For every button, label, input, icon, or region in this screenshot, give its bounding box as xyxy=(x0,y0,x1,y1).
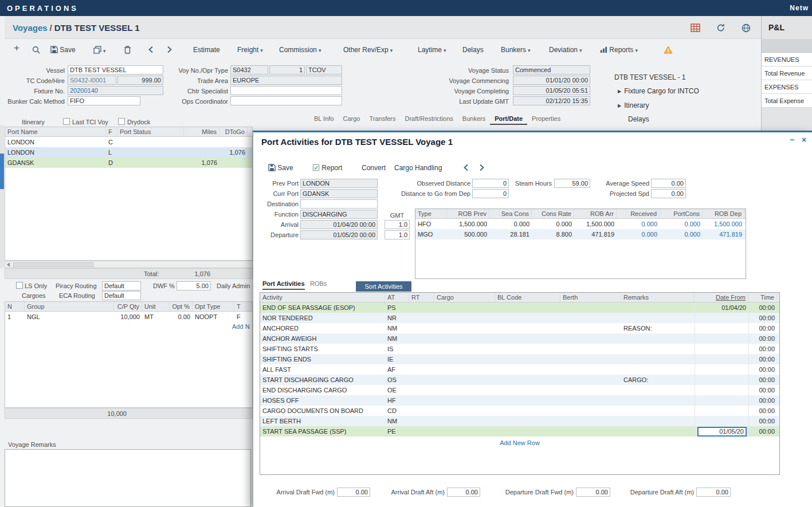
tab-bl-info[interactable]: BL Info xyxy=(309,114,338,125)
dialog-report-button[interactable]: Report xyxy=(312,164,342,172)
dialog-cargo-handling-button[interactable]: Cargo Handling xyxy=(394,164,442,172)
voyage-completing-field[interactable]: 01/05/20 05:51 xyxy=(513,86,590,95)
voy-seq-field[interactable]: 1 xyxy=(269,65,305,74)
activity-row[interactable]: SHIFTING STARTSIS00:00 xyxy=(260,344,779,354)
breadcrumb-voyages-link[interactable]: Voyages xyxy=(13,23,48,33)
bunker-row[interactable]: MGO500.00028.1818.800471.8190.0000.00047… xyxy=(415,229,746,239)
previous-voyage-button[interactable] xyxy=(148,46,154,54)
tab-bunkers[interactable]: Bunkers xyxy=(458,114,490,125)
activity-row[interactable]: START SEA PASSAGE (SSP)PE01/05/2000:00 xyxy=(260,426,779,437)
tree-item-itinerary[interactable]: ▶Itinerary xyxy=(618,101,649,109)
tab-transfers[interactable]: Transfers xyxy=(364,114,400,125)
gmt-arrival-field[interactable]: 1.0 xyxy=(385,220,410,229)
tab-robs[interactable]: ROBs xyxy=(310,280,327,289)
ops-coordinator-field[interactable] xyxy=(230,96,342,105)
scrollbar-thumb[interactable] xyxy=(13,262,93,267)
activity-row[interactable]: START DISCHARGING CARGOOSCARGO:00:00 xyxy=(260,375,779,385)
next-voyage-button[interactable] xyxy=(167,46,172,54)
deviation-menu[interactable]: Deviation▾ xyxy=(549,46,582,55)
chtr-specialist-field[interactable] xyxy=(230,86,342,95)
bunker-row[interactable]: HFO1,500.0000.0000.0001,500.0000.0000.00… xyxy=(415,219,746,229)
activity-row[interactable]: NOR TENDEREDNR00:00 xyxy=(260,313,779,323)
search-icon[interactable] xyxy=(32,46,40,55)
departure-field[interactable]: 01/05/20 00:00 xyxy=(300,230,378,239)
tc-code-field[interactable]: S0432-I0001 xyxy=(68,76,116,85)
arrival-field[interactable]: 01/04/20 00:00 xyxy=(300,220,378,229)
projected-spd-field[interactable]: 0.00 xyxy=(651,189,686,198)
activity-row[interactable]: CARGO DOCUMENTS ON BOARDCD00:00 xyxy=(260,406,779,416)
curr-port-field[interactable]: GDANSK xyxy=(300,189,378,198)
other-rev-exp-menu[interactable]: Other Rev/Exp▾ xyxy=(343,46,393,55)
last-tci-voy-checkbox[interactable] xyxy=(63,118,70,125)
drydock-checkbox[interactable] xyxy=(118,118,125,125)
tab-properties[interactable]: Properties xyxy=(527,114,565,125)
add-button[interactable]: + xyxy=(14,44,19,52)
activity-row[interactable]: SHIFTING ENDSIE00:00 xyxy=(260,354,779,364)
minimize-icon[interactable]: − xyxy=(787,135,797,144)
laytime-menu[interactable]: Laytime▾ xyxy=(418,46,446,55)
activity-row[interactable]: ANCHOR AWEIGHNM00:00 xyxy=(260,333,779,344)
bunkers-menu[interactable]: Bunkers▾ xyxy=(501,46,531,55)
pnl-row[interactable]: Total Revenue xyxy=(762,66,812,80)
prev-port-field[interactable]: LONDON xyxy=(300,179,378,188)
cargo-row[interactable]: 1NGL10,000MT0.00NOOPTF xyxy=(5,312,252,322)
destination-field[interactable] xyxy=(300,199,378,209)
voyage-status-field[interactable]: Commenced xyxy=(513,65,590,74)
activity-row[interactable]: HOSES OFFHF00:00 xyxy=(260,395,779,406)
copy-button[interactable]: ▾ xyxy=(93,46,106,56)
fixture-no-field[interactable]: 20200140 xyxy=(68,86,163,95)
vessel-field[interactable]: DTB TEST VESSEL xyxy=(68,65,163,74)
dialog-prev-port-button[interactable] xyxy=(463,164,469,172)
delays-button[interactable]: Delays xyxy=(462,46,484,54)
date-from-field[interactable]: 01/05/20 xyxy=(697,427,747,437)
tc-hire-field[interactable]: 999.00 xyxy=(117,76,163,85)
tab-draft-restrictions[interactable]: Draft/Restrictions xyxy=(400,114,457,125)
tree-item-delays[interactable]: Delays xyxy=(628,115,649,123)
dwf-field[interactable]: 5.00 xyxy=(176,281,211,290)
sync-icon[interactable] xyxy=(716,23,725,33)
delete-button[interactable] xyxy=(124,46,131,55)
activity-row[interactable]: LEFT BERTHNM00:00 xyxy=(260,416,779,426)
itinerary-row[interactable]: LONDONC xyxy=(5,137,252,147)
topbar-network-menu[interactable]: Netw xyxy=(790,4,809,12)
scroll-left-arrow-icon[interactable] xyxy=(7,262,10,267)
commission-menu[interactable]: Commission▾ xyxy=(279,46,321,55)
tree-item-fixture-cargo[interactable]: ▶Fixture Cargo for INTCO xyxy=(618,87,699,95)
pnl-row[interactable]: REVENUES xyxy=(762,53,812,66)
piracy-routing-field[interactable]: Default xyxy=(102,281,141,290)
add-new-row-link[interactable]: Add New Row xyxy=(260,438,779,448)
tab-port-date[interactable]: Port/Date xyxy=(490,114,527,125)
scrollbar-thumb[interactable] xyxy=(0,154,4,189)
pnl-row[interactable]: Total Expense xyxy=(762,94,812,108)
tab-cargo[interactable]: Cargo xyxy=(338,114,364,125)
departure-draft-aft-field[interactable]: 0.00 xyxy=(696,488,731,497)
estimate-button[interactable]: Estimate xyxy=(193,46,220,54)
average-speed-field[interactable]: 0.00 xyxy=(651,179,686,188)
freight-menu[interactable]: Freight▾ xyxy=(237,46,263,55)
vertical-scrollbar[interactable] xyxy=(0,125,4,268)
gmt-departure-field[interactable]: 1.0 xyxy=(385,230,410,239)
close-icon[interactable]: × xyxy=(799,135,809,144)
add-cargo-link[interactable]: Add N xyxy=(232,323,252,330)
voy-no-field[interactable]: S0432 xyxy=(230,65,268,74)
trade-area-field[interactable]: EUROPE xyxy=(230,76,342,85)
sort-activities-button[interactable]: Sort Activities xyxy=(356,281,411,292)
tab-port-activities[interactable]: Port Activities xyxy=(262,280,305,290)
itinerary-row[interactable]: LONDONL1,076 xyxy=(5,147,252,158)
grid-view-icon[interactable] xyxy=(691,23,700,33)
ls-only-checkbox[interactable] xyxy=(16,282,23,289)
observed-distance-field[interactable]: 0 xyxy=(472,179,509,188)
voyage-commencing-field[interactable]: 01/01/20 00:00 xyxy=(513,76,590,85)
function-field[interactable]: DISCHARGING xyxy=(300,210,378,219)
voyage-remarks-input[interactable] xyxy=(5,449,251,507)
arrival-draft-aft-field[interactable]: 0.00 xyxy=(447,488,480,497)
itinerary-row[interactable]: GDANSKD1,076 xyxy=(5,158,252,168)
distance-to-go-field[interactable]: 0 xyxy=(472,189,509,198)
opr-type-field[interactable]: TCOV xyxy=(306,65,342,74)
activity-row[interactable]: ANCHOREDNMREASON:00:00 xyxy=(260,323,779,333)
dialog-convert-button[interactable]: Convert xyxy=(362,164,386,172)
departure-draft-fwd-field[interactable]: 0.00 xyxy=(576,488,610,497)
bunker-calc-method-field[interactable]: FIFO xyxy=(68,96,140,105)
reports-menu[interactable]: Reports▾ xyxy=(600,46,638,55)
dialog-next-port-button[interactable] xyxy=(479,164,485,172)
